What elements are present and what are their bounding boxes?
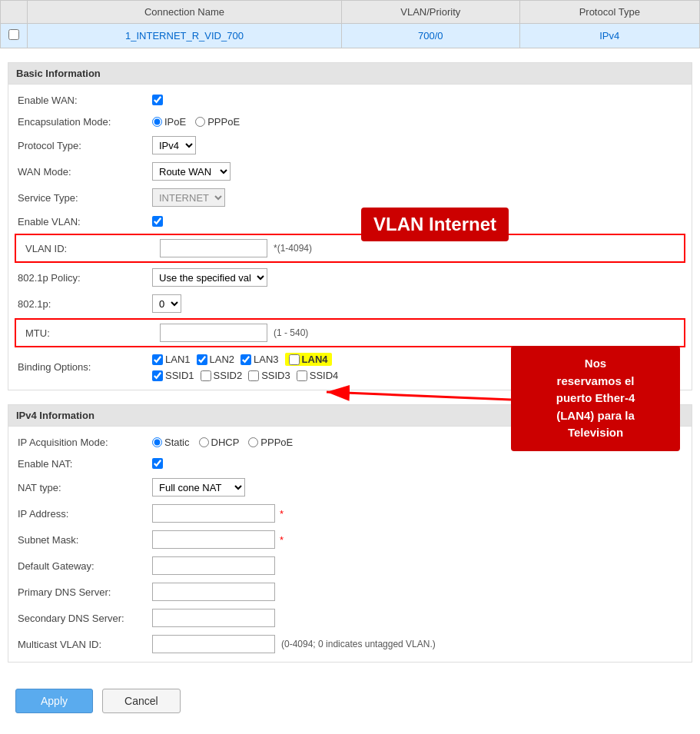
dot1p-policy-select[interactable]: Use the specified valCopy from inner: [152, 268, 267, 287]
primary-dns-input[interactable]: 1.1.1.1: [152, 583, 275, 601]
wan-mode-row: WAN Mode: Route WAN Bridge WAN: [8, 158, 692, 184]
ip-acq-pppoe-label: PPPoE: [260, 437, 293, 448]
ip-acq-pppoe-radio[interactable]: [248, 437, 258, 447]
wan-mode-label: WAN Mode:: [18, 166, 152, 178]
ip-acq-dhcp-label: DHCP: [211, 437, 240, 448]
enable-vlan-row: Enable VLAN:: [8, 211, 692, 232]
row-checkbox[interactable]: [8, 29, 19, 40]
encapsulation-ipoe-radio[interactable]: [152, 117, 162, 127]
vlan-internet-callout: VLAN Internet: [361, 208, 509, 241]
service-type-label: Service Type:: [18, 192, 152, 204]
enable-nat-checkbox[interactable]: [152, 458, 163, 469]
enable-wan-checkbox[interactable]: [152, 95, 163, 105]
binding-ssid4-checkbox[interactable]: [297, 370, 307, 381]
dot1p-row: 802.1p: 01234567: [8, 291, 692, 317]
binding-ssid3: SSID3: [248, 370, 290, 381]
binding-lan3: LAN3: [241, 354, 279, 365]
ip-address-required: *: [280, 508, 284, 520]
binding-lan1-checkbox[interactable]: [152, 354, 163, 365]
basic-info-header: Basic Information: [8, 63, 692, 85]
secondary-dns-input[interactable]: 8.8.8.8: [152, 609, 275, 627]
enable-wan-row: Enable WAN:: [8, 89, 692, 111]
vlan-id-row-wrapper: VLAN ID: 700 *(1-4094): [15, 234, 685, 263]
binding-lan4: LAN4: [285, 353, 332, 366]
binding-options-label: Binding Options:: [18, 361, 152, 373]
connection-table: Connection Name VLAN/Priority Protocol T…: [0, 0, 700, 48]
nos-arrow-line: [327, 392, 511, 400]
ip-address-label: IP Address:: [18, 508, 152, 520]
subnet-mask-label: Subnet Mask:: [18, 534, 152, 546]
vlan-id-input[interactable]: 700: [160, 239, 267, 257]
dot1p-policy-row: 802.1p Policy: Use the specified valCopy…: [8, 264, 692, 291]
enable-vlan-checkbox[interactable]: [152, 216, 163, 227]
binding-lan2-checkbox[interactable]: [197, 354, 207, 365]
protocol-type-row: Protocol Type: IPv4IPv6Both: [8, 132, 692, 158]
encapsulation-ipoe-option[interactable]: IPoE: [152, 116, 186, 128]
binding-ssid1: SSID1: [152, 370, 194, 381]
encapsulation-pppoe-label: PPPoE: [207, 116, 240, 128]
ip-acq-dhcp-option[interactable]: DHCP: [199, 437, 240, 448]
binding-row-1: LAN1 LAN2 LAN3 LAN4: [152, 353, 332, 366]
default-gw-input[interactable]: 192.168.70.1: [152, 556, 275, 575]
protocol-type-label: Protocol Type:: [18, 140, 152, 151]
vlan-id-row: VLAN ID: 700 *(1-4094): [16, 235, 684, 261]
ip-acq-static-radio[interactable]: [152, 437, 162, 447]
dot1p-select[interactable]: 01234567: [152, 294, 181, 313]
apply-button[interactable]: Apply: [15, 689, 93, 713]
nat-type-select[interactable]: Full cone NAT Symmetric NAT: [152, 478, 245, 497]
binding-lan2: LAN2: [197, 354, 235, 365]
vlan-id-label: VLAN ID:: [25, 243, 160, 254]
default-gw-label: Default Gateway:: [18, 560, 152, 572]
cell-connection-name: 1_INTERNET_R_VID_700: [28, 24, 342, 48]
nos-reservamos-callout: Nosreservamos elpuerto Ether-4(LAN4) par…: [511, 346, 680, 451]
ip-address-row: IP Address: 192.168.70.100 *: [8, 500, 692, 526]
col-vlan-priority: VLAN/Priority: [341, 1, 519, 24]
default-gw-row: Default Gateway: 192.168.70.1: [8, 553, 692, 579]
binding-lan3-checkbox[interactable]: [241, 354, 251, 365]
primary-dns-label: Primary DNS Server:: [18, 586, 152, 598]
encapsulation-pppoe-option[interactable]: PPPoE: [195, 116, 240, 128]
service-type-select[interactable]: INTERNET: [152, 188, 225, 207]
ip-acq-static-option[interactable]: Static: [152, 437, 190, 448]
encapsulation-ipoe-label: IPoE: [164, 116, 186, 128]
col-checkbox: [1, 1, 28, 24]
nos-reservamos-text: Nosreservamos elpuerto Ether-4(LAN4) par…: [556, 357, 635, 439]
enable-wan-label: Enable WAN:: [18, 95, 152, 106]
ip-acq-static-label: Static: [164, 437, 190, 448]
subnet-mask-input[interactable]: 255.255.255.0: [152, 530, 275, 549]
encapsulation-radio-group: IPoE PPPoE: [152, 116, 240, 128]
cancel-button[interactable]: Cancel: [102, 689, 181, 713]
cell-vlan-priority: 700/0: [341, 24, 519, 48]
protocol-type-select[interactable]: IPv4IPv6Both: [152, 136, 196, 154]
nat-type-row: NAT type: Full cone NAT Symmetric NAT: [8, 474, 692, 500]
ip-acq-dhcp-radio[interactable]: [199, 437, 209, 447]
enable-vlan-label: Enable VLAN:: [18, 216, 152, 228]
service-type-row: Service Type: INTERNET: [8, 184, 692, 211]
multicast-vlan-input[interactable]: [152, 635, 275, 653]
col-protocol-type: Protocol Type: [519, 1, 699, 24]
secondary-dns-row: Secondary DNS Server: 8.8.8.8: [8, 605, 692, 631]
encapsulation-pppoe-radio[interactable]: [195, 117, 205, 127]
ip-acq-label: IP Acquisition Mode:: [18, 437, 152, 448]
encapsulation-label: Encapsulation Mode:: [18, 116, 152, 128]
ip-address-input[interactable]: 192.168.70.100: [152, 504, 275, 523]
table-row: 1_INTERNET_R_VID_700 700/0 IPv4: [1, 24, 700, 48]
binding-ssid3-checkbox[interactable]: [248, 370, 259, 381]
enable-nat-row: Enable NAT:: [8, 453, 692, 474]
mtu-input[interactable]: 1500: [160, 324, 267, 342]
binding-lan4-checkbox[interactable]: [289, 354, 300, 365]
multicast-vlan-row: Multicast VLAN ID: (0-4094; 0 indicates …: [8, 631, 692, 657]
cell-protocol-type: IPv4: [519, 24, 699, 48]
binding-lan1: LAN1: [152, 354, 191, 365]
mtu-hint: (1 - 540): [274, 327, 308, 338]
multicast-vlan-label: Multicast VLAN ID:: [18, 639, 152, 650]
ip-acq-radio-group: Static DHCP PPPoE: [152, 437, 293, 448]
wan-mode-select[interactable]: Route WAN Bridge WAN: [152, 162, 231, 181]
col-connection-name: Connection Name: [28, 1, 342, 24]
mtu-row-wrapper: MTU: 1500 (1 - 540): [15, 318, 685, 347]
mtu-label: MTU:: [25, 327, 160, 339]
ip-acq-pppoe-option[interactable]: PPPoE: [248, 437, 293, 448]
binding-ssid1-checkbox[interactable]: [152, 370, 163, 381]
binding-ssid2-checkbox[interactable]: [201, 370, 211, 381]
subnet-mask-required: *: [280, 534, 284, 546]
